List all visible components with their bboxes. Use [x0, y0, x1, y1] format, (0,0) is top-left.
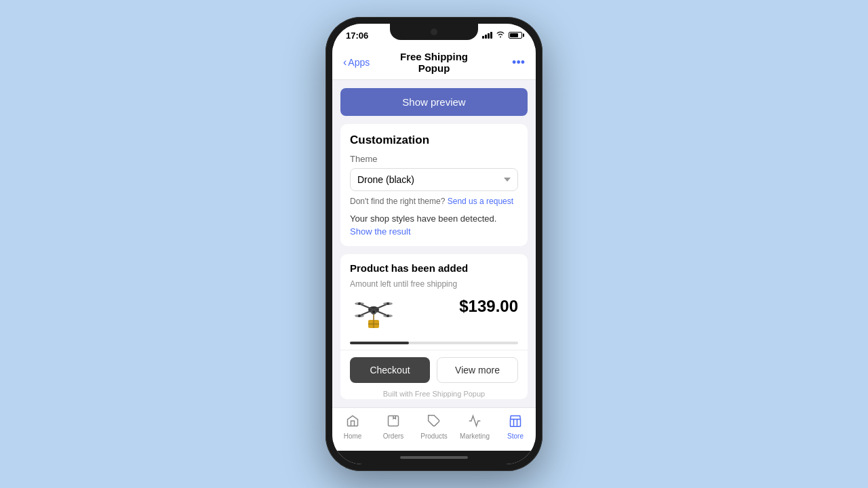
home-tab-label: Home	[344, 432, 362, 440]
view-more-button[interactable]: View more	[437, 357, 518, 383]
action-buttons: Checkout View more	[340, 350, 528, 390]
home-tab-icon	[346, 414, 359, 431]
progress-bar-bg	[350, 342, 518, 344]
product-body: Amount left until free shipping	[340, 277, 528, 342]
tab-orders[interactable]: Orders	[373, 414, 414, 440]
svg-point-14	[387, 314, 389, 317]
nav-bar: ‹ Apps Free Shipping Popup •••	[332, 45, 536, 80]
progress-bar-fill	[350, 342, 409, 344]
more-button[interactable]: •••	[484, 56, 525, 70]
product-card: Product has been added Amount left until…	[340, 254, 528, 399]
progress-bar-container	[340, 342, 528, 350]
tab-home[interactable]: Home	[332, 414, 373, 440]
svg-point-11	[358, 302, 361, 305]
product-price: $139.00	[459, 297, 518, 316]
checkout-button[interactable]: Checkout	[350, 357, 430, 383]
built-with-text: Built with Free Shipping Popup	[340, 390, 528, 399]
nav-title: Free Shipping Popup	[384, 51, 484, 74]
more-dots-icon: •••	[512, 56, 525, 69]
wifi-icon	[496, 31, 505, 39]
camera-dot	[431, 28, 437, 35]
products-tab-icon	[427, 414, 441, 431]
battery-icon	[509, 32, 522, 39]
back-button[interactable]: ‹ Apps	[343, 56, 384, 68]
status-icons	[482, 31, 522, 39]
back-chevron-icon: ‹	[343, 56, 347, 68]
svg-point-12	[387, 302, 389, 305]
phone-frame: 17:06	[326, 17, 542, 471]
theme-label: Theme	[350, 154, 518, 164]
store-tab-label: Store	[507, 432, 524, 440]
tab-store[interactable]: Store	[495, 414, 536, 440]
svg-point-13	[358, 314, 361, 317]
marketing-tab-icon	[468, 414, 481, 431]
customization-section: Customization Theme Drone (black) Don't …	[340, 124, 528, 246]
store-tab-icon	[509, 414, 522, 431]
home-indicator	[332, 451, 536, 464]
theme-select[interactable]: Drone (black)	[350, 168, 518, 191]
tab-marketing[interactable]: Marketing	[454, 414, 495, 440]
show-preview-button[interactable]: Show preview	[340, 88, 528, 116]
amount-label: Amount left until free shipping	[350, 279, 459, 289]
customization-title: Customization	[350, 134, 518, 147]
home-indicator-bar	[400, 456, 468, 459]
phone-screen: 17:06	[332, 24, 536, 464]
tab-products[interactable]: Products	[414, 414, 454, 440]
orders-tab-icon	[387, 414, 400, 431]
send-request-link[interactable]: Send us a request	[448, 197, 513, 206]
products-tab-label: Products	[420, 432, 447, 440]
theme-hint: Don't find the right theme? Send us a re…	[350, 197, 518, 206]
status-time: 17:06	[346, 30, 368, 41]
product-card-title: Product has been added	[340, 254, 528, 277]
shop-styles-text: Your shop styles have been detected.	[350, 213, 518, 225]
signal-bars-icon	[482, 32, 492, 39]
drone-image	[350, 293, 397, 333]
show-result-link[interactable]: Show the result	[350, 226, 518, 237]
camera-notch	[390, 24, 478, 40]
product-left: Amount left until free shipping	[350, 279, 459, 333]
main-content: Show preview Customization Theme Drone (…	[332, 80, 536, 407]
battery-fill	[510, 33, 518, 37]
marketing-tab-label: Marketing	[460, 432, 490, 440]
orders-tab-label: Orders	[383, 432, 404, 440]
tab-bar: Home Orders Products	[332, 407, 536, 451]
back-label: Apps	[348, 57, 370, 68]
